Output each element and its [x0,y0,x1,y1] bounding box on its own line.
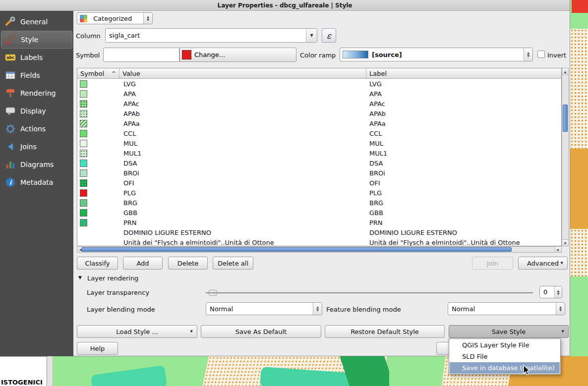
vertical-scrollbar[interactable]: ▲ ▼ [562,68,569,246]
join-button[interactable]: Join [472,257,513,270]
map-canvas[interactable] [570,0,588,386]
symbol-swatch[interactable] [80,189,87,197]
symbol-swatch[interactable] [80,160,87,167]
transparency-spinbox[interactable]: 0 ▲▼ [539,286,562,298]
expression-builder-button[interactable]: ε [322,28,336,43]
menu-item-sld-file[interactable]: SLD File [450,351,560,362]
symbol-swatch[interactable] [80,209,87,217]
table-row[interactable]: PRNPRN [77,218,561,227]
vertical-scroll-thumb[interactable] [563,105,568,132]
epsilon-icon: ε [327,31,331,41]
sidebar-item-labels[interactable]: abcLabels [1,49,72,66]
symbol-color-swatch [182,50,191,59]
renderer-value: Categorized [90,15,132,22]
horizontal-scroll-thumb[interactable] [81,247,512,252]
symbol-swatch[interactable] [80,100,87,108]
panel-scrollbar[interactable] [47,356,53,386]
symbol-swatch[interactable] [80,120,87,127]
column-header-label[interactable]: Label [366,68,561,78]
color-ramp-combobox[interactable]: [source] ▲▼ [340,48,533,61]
map-polygon-red [572,0,588,13]
sidebar-item-actions[interactable]: Actions [1,120,72,138]
layer-rendering-title[interactable]: Layer rendering [87,275,138,282]
transparency-slider[interactable] [206,289,533,297]
symbol-swatch[interactable] [80,150,87,157]
scroll-down-icon[interactable]: ▼ [562,239,568,246]
value-cell: GBB [119,209,366,217]
window-titlebar[interactable]: Layer Properties - dbcg_ulfareale | Styl… [0,0,570,11]
collapse-triangle-icon[interactable]: ▼ [78,275,82,280]
table-row[interactable]: APAbAPAb [77,109,561,118]
symbol-swatch[interactable] [80,140,87,147]
symbol-swatch[interactable] [80,199,87,207]
label-cell: APAb [366,110,561,117]
table-row[interactable]: BRGBRG [77,198,561,208]
combo-stepper[interactable]: ▲▼ [556,303,565,315]
symbol-swatch[interactable] [80,110,87,117]
table-row[interactable]: MUL1MUL1 [77,148,561,158]
categorized-icon [80,15,87,22]
table-row[interactable]: LVGLVG [77,79,561,89]
menu-item-save-in-database-spatialite-[interactable]: Save in database (spatialite) [450,362,560,374]
load-style-button[interactable]: Load Style ... ▼ [77,325,197,338]
restore-default-style-button[interactable]: Restore Default Style [325,325,445,338]
symbol-swatch[interactable] [80,130,87,137]
save-style-button[interactable]: Save Style ▼ [449,325,569,338]
chevron-down-icon[interactable]: ▼ [306,29,317,42]
table-row[interactable]: DSADSA [77,158,561,168]
map-polygon-orange [570,149,588,229]
symbol-swatch[interactable] [80,90,87,98]
table-row[interactable]: DOMINIO LIGURE ESTERNODOMINIO LIGURE EST… [77,227,561,237]
sidebar-item-metadata[interactable]: iMetadata [1,173,72,191]
spinbox-stepper[interactable]: ▲▼ [554,286,562,298]
table-row[interactable]: PLGPLG [77,188,561,198]
column-header-value[interactable]: Value [119,68,366,78]
table-row[interactable]: APAaAPAa [77,118,561,128]
column-combobox[interactable]: sigla_cart ▼ [105,28,317,43]
symbol-swatch[interactable] [80,80,87,88]
advanced-button[interactable]: Advanced ▼ [518,257,568,270]
symbol-swatch[interactable] [80,169,87,177]
menu-item-qgis-layer-style-file[interactable]: QGIS Layer Style File [450,339,560,351]
layer-blending-combobox[interactable]: Normal ▲▼ [206,302,322,315]
table-row[interactable]: APAcAPAc [77,99,561,109]
combo-stepper[interactable]: ▲▼ [524,48,532,61]
sidebar-item-style[interactable]: Style [1,31,72,49]
invert-checkbox[interactable] [537,51,545,58]
table-row[interactable]: MULMUL [77,138,561,148]
classify-button[interactable]: Classify [77,257,118,270]
scroll-right-icon[interactable]: ▶ [555,247,561,252]
renderer-combobox[interactable]: Categorized ▲▼ [77,12,153,24]
symbol-cell [77,169,119,177]
label-cell: PLG [366,189,561,197]
sidebar-item-fields[interactable]: Fields [1,66,72,84]
scroll-up-icon[interactable]: ▲ [562,68,568,75]
table-row[interactable]: BROiBROi [77,168,561,178]
sidebar-item-general[interactable]: General [1,13,72,31]
save-as-default-button[interactable]: Save As Default [201,325,321,338]
sidebar-item-diagrams[interactable]: Diagrams [1,156,72,173]
table-row[interactable]: OFIOFI [77,178,561,188]
feature-blending-combobox[interactable]: Normal ▲▼ [448,302,565,315]
horizontal-scrollbar[interactable]: ◀ ▶ [77,246,562,253]
add-button[interactable]: Add [123,257,163,270]
delete-all-button[interactable]: Delete all [213,257,253,270]
table-row[interactable]: Unità dei "Flysch a elmintoidi"..Unità d… [77,237,561,246]
sidebar-item-joins[interactable]: Joins [1,138,72,156]
symbol-swatch[interactable] [80,179,87,187]
help-button[interactable]: Help [77,342,118,355]
symbol-swatch[interactable] [80,219,87,226]
table-row[interactable]: APAAPA [77,89,561,99]
delete-button[interactable]: Delete [168,257,208,270]
column-header-symbol[interactable]: Symbol ^ [77,68,119,78]
symbol-preview[interactable] [103,48,179,62]
table-row[interactable]: GBBGBB [77,208,561,218]
sidebar-item-rendering[interactable]: Rendering [1,84,72,102]
sidebar-item-display[interactable]: Display [1,102,72,120]
change-symbol-button[interactable]: Change... [179,48,296,62]
combo-stepper[interactable]: ▲▼ [143,13,152,24]
value-cell: MUL [119,140,366,147]
slider-handle[interactable] [209,290,217,296]
combo-stepper[interactable]: ▲▼ [313,303,322,315]
table-row[interactable]: CCLCCL [77,128,561,138]
